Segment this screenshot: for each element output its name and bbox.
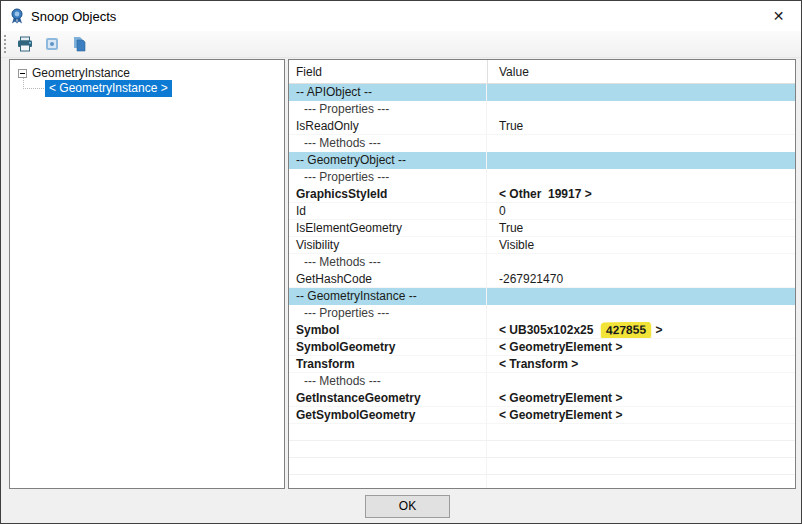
table-row[interactable]: GetInstanceGeometry< GeometryElement > <box>289 390 795 407</box>
field-cell: Id <box>289 203 487 219</box>
print-button[interactable] <box>13 33 37 56</box>
app-logo-icon <box>9 8 25 24</box>
value-cell: < Other 19917 > <box>487 186 795 202</box>
value-cell <box>487 475 795 489</box>
print-icon <box>17 36 33 52</box>
table-row[interactable]: GetHashCode-267921470 <box>289 271 795 288</box>
value-cell <box>487 441 795 457</box>
table-row[interactable]: IsElementGeometryTrue <box>289 220 795 237</box>
table-row[interactable]: GetSymbolGeometry< GeometryElement > <box>289 407 795 424</box>
print-preview-button[interactable] <box>40 33 64 56</box>
grid-header: Field Value <box>289 60 795 84</box>
table-row[interactable]: --- Methods --- <box>289 373 795 390</box>
value-cell: < Transform > <box>487 356 795 372</box>
window-title: Snoop Objects <box>31 9 116 24</box>
toolbar <box>1 31 801 58</box>
value-cell: True <box>487 220 795 236</box>
copy-button[interactable] <box>67 33 91 56</box>
value-cell: True <box>487 118 795 134</box>
table-row[interactable]: --- Methods --- <box>289 135 795 152</box>
table-row[interactable]: --- Properties --- <box>289 101 795 118</box>
table-row[interactable]: -- GeometryObject -- <box>289 152 795 169</box>
value-cell <box>487 458 795 474</box>
tree-panel: GeometryInstance < GeometryInstance > <box>9 59 285 489</box>
value-cell: < GeometryElement > <box>487 407 795 423</box>
column-header-field[interactable]: Field <box>289 65 487 79</box>
toolbar-grip-handle[interactable] <box>4 35 7 53</box>
value-cell: < GeometryElement > <box>487 390 795 406</box>
value-cell: < GeometryElement > <box>487 339 795 355</box>
value-cell <box>487 84 795 101</box>
field-cell: Symbol <box>289 322 487 338</box>
table-row[interactable]: --- Properties --- <box>289 305 795 322</box>
table-row[interactable]: VisibilityVisible <box>289 237 795 254</box>
snoop-objects-window: Snoop Objects ✕ <box>0 0 802 524</box>
field-cell: --- Properties --- <box>289 305 487 322</box>
field-cell: --- Methods --- <box>289 254 487 271</box>
field-cell: GetInstanceGeometry <box>289 390 487 406</box>
copy-icon <box>71 36 87 52</box>
field-cell: --- Properties --- <box>289 101 487 118</box>
table-row[interactable]: Symbol< UB305x102x25 427855 > <box>289 322 795 339</box>
table-row[interactable] <box>289 475 795 489</box>
field-cell: --- Methods --- <box>289 373 487 390</box>
value-cell <box>487 373 795 390</box>
grid-rows: -- APIObject ----- Properties ---IsReadO… <box>289 84 795 489</box>
tree-root-label: GeometryInstance <box>32 66 130 80</box>
value-cell <box>487 288 795 305</box>
value-cell <box>487 169 795 186</box>
value-cell <box>487 152 795 169</box>
table-row[interactable]: Id0 <box>289 203 795 220</box>
value-cell <box>487 135 795 152</box>
table-row[interactable] <box>289 441 795 458</box>
tree-connector-line <box>23 88 44 89</box>
field-cell: Visibility <box>289 237 487 253</box>
field-cell <box>289 441 487 457</box>
field-cell: IsElementGeometry <box>289 220 487 236</box>
titlebar: Snoop Objects ✕ <box>1 1 801 31</box>
table-row[interactable]: IsReadOnlyTrue <box>289 118 795 135</box>
field-cell: -- APIObject -- <box>289 84 487 101</box>
table-row[interactable] <box>289 458 795 475</box>
value-cell <box>487 424 795 440</box>
properties-grid-panel: Field Value -- APIObject ----- Propertie… <box>288 59 796 489</box>
table-row[interactable]: --- Methods --- <box>289 254 795 271</box>
yellow-highlight-marker: 427855 <box>601 322 651 338</box>
table-row[interactable] <box>289 424 795 441</box>
ok-button[interactable]: OK <box>365 495 450 518</box>
field-cell <box>289 458 487 474</box>
value-cell <box>487 254 795 271</box>
field-cell: --- Methods --- <box>289 135 487 152</box>
value-cell: 0 <box>487 203 795 219</box>
field-cell: GraphicsStyleId <box>289 186 487 202</box>
collapse-expander-icon[interactable] <box>18 69 27 78</box>
print-preview-icon <box>45 37 59 51</box>
close-button[interactable]: ✕ <box>756 1 801 31</box>
field-cell: GetSymbolGeometry <box>289 407 487 423</box>
table-row[interactable]: SymbolGeometry< GeometryElement > <box>289 339 795 356</box>
field-cell: --- Properties --- <box>289 169 487 186</box>
table-row[interactable]: Transform< Transform > <box>289 356 795 373</box>
value-cell: Visible <box>487 237 795 253</box>
value-cell <box>487 305 795 322</box>
field-cell: IsReadOnly <box>289 118 487 134</box>
field-cell <box>289 475 487 489</box>
value-cell: -267921470 <box>487 271 795 287</box>
column-header-value[interactable]: Value <box>487 65 529 79</box>
table-row[interactable]: -- APIObject -- <box>289 84 795 101</box>
field-cell: GetHashCode <box>289 271 487 287</box>
field-cell: Transform <box>289 356 487 372</box>
table-row[interactable]: GraphicsStyleId< Other 19917 > <box>289 186 795 203</box>
tree-root-node[interactable]: GeometryInstance <box>18 66 130 80</box>
field-cell <box>289 424 487 440</box>
table-row[interactable]: --- Properties --- <box>289 169 795 186</box>
close-icon: ✕ <box>773 8 785 24</box>
value-cell: < UB305x102x25 427855 > <box>487 322 795 338</box>
tree-child-node-selected[interactable]: < GeometryInstance > <box>45 80 172 97</box>
field-cell: SymbolGeometry <box>289 339 487 355</box>
field-cell: -- GeometryInstance -- <box>289 288 487 305</box>
column-divider[interactable] <box>487 60 488 83</box>
value-cell <box>487 101 795 118</box>
table-row[interactable]: -- GeometryInstance -- <box>289 288 795 305</box>
field-cell: -- GeometryObject -- <box>289 152 487 169</box>
